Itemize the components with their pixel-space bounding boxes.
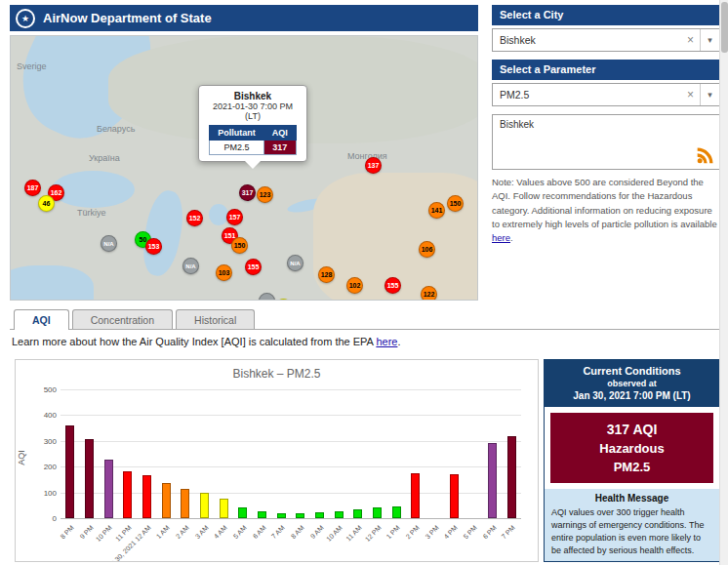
map-marker[interactable]: N/A (259, 293, 275, 301)
dos-seal-logo: ★ (16, 9, 35, 28)
city-select[interactable]: Bishkek × ▾ (492, 28, 720, 52)
map-marker[interactable]: N/A (182, 258, 199, 274)
map-region-label: Україна (89, 153, 120, 163)
map-marker[interactable]: 141 (428, 202, 445, 219)
app-header: ★ AirNow Department of State (10, 5, 478, 31)
parameter-select[interactable]: PM2.5 × ▾ (492, 83, 720, 106)
map-marker[interactable]: N/A (287, 255, 303, 271)
map-marker[interactable]: 152 (186, 210, 203, 226)
chart-bar (507, 436, 516, 518)
gridline (61, 389, 521, 390)
gridline (61, 518, 521, 519)
plot-area: 01002003004005008 PM9 PM10 PM11 PMSat 30… (61, 389, 521, 518)
chart-bar (373, 507, 382, 518)
scrollbar[interactable] (719, 0, 728, 565)
map-marker[interactable]: 155 (245, 259, 262, 275)
learn-more-body: Learn more about how the Air Quality Ind… (12, 336, 376, 347)
popup-col-aqi: AQI (263, 126, 296, 141)
chart-bar (392, 506, 401, 518)
chart-bar (450, 474, 459, 518)
chart-bar (85, 439, 94, 518)
chart-bar (142, 475, 151, 518)
popup-table: Pollutant AQI PM2.5 317 (209, 125, 297, 155)
note-body: Note: Values above 500 are considered Be… (492, 177, 717, 229)
map-marker[interactable]: 137 (365, 157, 382, 174)
health-message-text: AQI values over 300 trigger health warni… (551, 506, 712, 557)
note-period: . (510, 232, 513, 243)
page: ★ AirNow Department of State SverigeБела… (0, 0, 728, 565)
tab-concentration[interactable]: Concentration (72, 309, 173, 329)
city-select-value: Bishkek (500, 34, 536, 46)
current-aqi-box: 317 AQI Hazardous PM2.5 (550, 413, 713, 483)
learn-more-text: Learn more about how the Air Quality Ind… (12, 336, 400, 347)
popup-city: Bishkek (203, 91, 303, 101)
map-marker[interactable]: 54 (275, 299, 292, 301)
y-tick-label: 300 (29, 437, 57, 446)
tab-historical[interactable]: Historical (176, 309, 255, 329)
map-marker[interactable]: 150 (231, 237, 248, 254)
current-aqi-value: 317 AQI (554, 422, 709, 437)
map-marker[interactable]: 128 (318, 266, 335, 283)
note-text: Note: Values above 500 are considered Be… (492, 176, 720, 245)
gridline (61, 415, 521, 416)
tabs: AQIConcentrationHistorical (14, 309, 258, 330)
chart-bar (220, 499, 228, 518)
map-water-mediterranean (10, 265, 94, 301)
map-marker[interactable]: 155 (384, 277, 401, 294)
app-title: AirNow Department of State (43, 11, 212, 25)
map-marker[interactable]: 106 (419, 241, 435, 258)
chart-bar (353, 509, 362, 518)
map-water-aral (209, 204, 228, 225)
chevron-down-icon[interactable]: ▾ (700, 84, 719, 105)
aqi-map[interactable]: SverigeБеларусьУкраїнаTürkiyeМонголия 18… (10, 35, 478, 301)
y-tick-label: 0 (29, 514, 57, 523)
map-marker[interactable]: 46 (38, 195, 55, 212)
y-axis-label: AQI (17, 450, 26, 465)
chart-bar (104, 460, 113, 518)
gridline (61, 466, 521, 467)
learn-more-link[interactable]: here (376, 336, 397, 347)
popup-datetime: 2021-01-30 7:00 PM (203, 101, 303, 111)
select-city-header: Select a City (492, 5, 720, 25)
tab-aqi[interactable]: AQI (14, 309, 69, 330)
parameter-select-value: PM2.5 (500, 89, 529, 101)
map-popup: Bishkek 2021-01-30 7:00 PM (LT) Pollutan… (198, 85, 307, 162)
observed-at-label: observed at (548, 379, 715, 388)
clear-icon[interactable]: × (687, 29, 694, 51)
chart-bar (200, 493, 209, 518)
current-conditions-title: Current Conditions (548, 365, 715, 377)
map-region-label: Sverige (17, 61, 47, 71)
chart-bar (296, 513, 304, 518)
chart-bar (162, 483, 171, 518)
gridline (61, 441, 521, 442)
popup-aqi-value: 317 (263, 141, 296, 155)
map-marker[interactable]: 187 (24, 180, 41, 196)
health-message-title: Health Message (551, 493, 712, 504)
health-message: Health Message AQI values over 300 trigg… (545, 489, 719, 561)
map-marker[interactable]: 157 (226, 209, 243, 225)
map-marker[interactable]: 317 (239, 184, 256, 201)
chart-bar (65, 425, 74, 518)
note-link[interactable]: here (492, 232, 510, 243)
current-conditions-header: Current Conditions observed at Jan 30, 2… (545, 360, 719, 407)
y-tick-label: 400 (29, 411, 57, 420)
map-marker[interactable]: 102 (346, 277, 363, 294)
scrollbar-thumb[interactable] (721, 2, 728, 53)
map-marker[interactable]: 150 (447, 195, 464, 212)
current-aqi-pollutant: PM2.5 (554, 460, 709, 474)
map-marker[interactable]: 103 (216, 264, 232, 281)
y-tick-label: 500 (29, 385, 57, 394)
map-marker[interactable]: 122 (421, 286, 437, 301)
seal-star-icon: ★ (18, 11, 33, 26)
chart-bar (335, 511, 344, 518)
rss-icon[interactable] (696, 145, 715, 165)
chevron-down-icon[interactable]: ▾ (700, 29, 719, 51)
chart-title: Bishkek – PM2.5 (16, 367, 538, 381)
map-marker[interactable]: 153 (145, 238, 162, 255)
map-water-black-sea (52, 171, 135, 208)
map-marker[interactable]: 123 (257, 186, 273, 203)
map-marker[interactable]: N/A (101, 235, 117, 252)
clear-icon[interactable]: × (687, 84, 694, 105)
current-conditions-panel: Current Conditions observed at Jan 30, 2… (544, 359, 720, 562)
chart-bar (315, 512, 324, 518)
